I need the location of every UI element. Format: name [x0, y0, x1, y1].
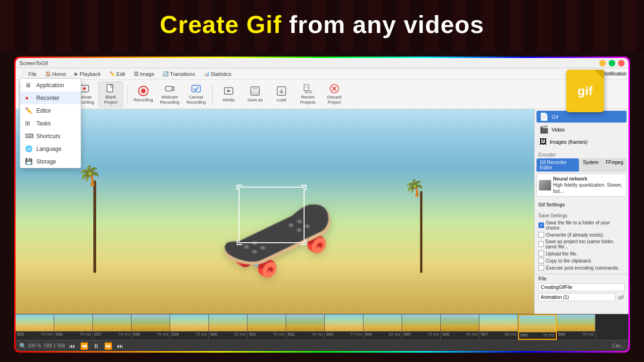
- menu-statistics[interactable]: 📊 Statistics: [200, 70, 235, 78]
- media-button[interactable]: Media: [216, 82, 241, 107]
- webcam-recording-button[interactable]: Webcam Recording: [157, 82, 182, 107]
- frame-info-562: 56276 ms: [286, 331, 324, 337]
- content-area: 🌴 🌴 🛹: [16, 109, 628, 314]
- language-label: Language: [36, 146, 61, 152]
- minimize-button[interactable]: [599, 60, 606, 66]
- timeline-frame-566[interactable]: 56684 ms: [441, 314, 479, 340]
- encoder-label: Encoder: [537, 151, 627, 158]
- timeline-frame-569[interactable]: 56975 ms: [557, 314, 595, 340]
- svg-point-4: [83, 87, 86, 90]
- save-as-button[interactable]: Save as: [243, 82, 267, 107]
- animation-input[interactable]: [538, 293, 615, 301]
- checkbox-post-encoding: Execute post encoding commands.: [538, 265, 625, 271]
- timeline-frame-568[interactable]: 56878 ms: [518, 314, 557, 340]
- load-button[interactable]: Load: [269, 82, 294, 107]
- menu-home[interactable]: 🏠 Home: [41, 70, 70, 78]
- format-video[interactable]: 🎬 Video: [537, 123, 627, 135]
- recording2-button[interactable]: Recording: [131, 82, 156, 107]
- menu-playback[interactable]: ▶ Playback: [71, 70, 105, 78]
- encoder-tab-ffmpeg[interactable]: FFmpeg: [603, 158, 627, 172]
- video-format-icon: 🎬: [539, 125, 549, 134]
- recording2-label: Recording: [133, 98, 153, 103]
- timeline-frame-567[interactable]: 56768 ms: [479, 314, 518, 340]
- frame-info-569: 56975 ms: [557, 331, 595, 337]
- dropdown-editor[interactable]: ✏️ Editor: [20, 104, 81, 117]
- next-frame-button[interactable]: ⏩: [103, 341, 113, 351]
- encoder-tab-gif[interactable]: Gif Recorder Editor: [537, 158, 579, 172]
- home-icon: 🏠: [45, 71, 51, 76]
- hero-title-yellow: Create Gif: [160, 11, 282, 38]
- frame-thumb-565: [402, 314, 440, 331]
- save-project-checkbox[interactable]: [538, 241, 544, 247]
- maximize-button[interactable]: [609, 60, 615, 66]
- close-button[interactable]: [618, 60, 625, 66]
- selection-rectangle[interactable]: [239, 187, 305, 243]
- timeline-frame-557[interactable]: 55774 ms: [93, 314, 132, 340]
- images-format-label: Images (frames): [550, 139, 587, 145]
- format-images[interactable]: 🖼 Images (frames): [537, 136, 627, 148]
- save-folder-checkbox[interactable]: ✓: [538, 222, 544, 228]
- menu-edit[interactable]: ✏️ Edit: [106, 70, 129, 78]
- timeline-frame-561[interactable]: 56176 ms: [248, 314, 286, 340]
- file-extension: -gif: [616, 294, 625, 301]
- recording2-icon: [138, 85, 149, 97]
- frame-time-555: 74 ms: [41, 332, 52, 337]
- gif-icon-container: gif: [566, 70, 604, 112]
- hero-section: Create Gif from any videos: [0, 10, 644, 39]
- timeline-frame-558[interactable]: 55876 ms: [132, 314, 170, 340]
- timeline-frame-564[interactable]: 56482 ms: [363, 314, 402, 340]
- zoom-unit: %: [37, 343, 41, 348]
- previous-frame-button[interactable]: ⏪: [79, 341, 89, 351]
- pause-button[interactable]: ⏸: [92, 341, 100, 351]
- timeline-frame-565[interactable]: 56575 ms: [402, 314, 441, 340]
- svg-rect-6: [165, 86, 172, 91]
- encoder-tab-system[interactable]: System: [579, 158, 602, 172]
- timeline-frame-560[interactable]: 56083 ms: [209, 314, 248, 340]
- neural-network-option[interactable]: Neural network High fidelity quantizatio…: [537, 173, 627, 197]
- storage-icon: 💾: [25, 158, 33, 165]
- timeline-frame-556[interactable]: 55675 ms: [54, 314, 93, 340]
- overwrite-checkbox[interactable]: [538, 232, 544, 238]
- save-folder-label: Save the file to a folder of your choice…: [546, 220, 625, 230]
- blank-project-button[interactable]: Blank Project: [99, 82, 123, 107]
- dropdown-tasks[interactable]: ⊞ Tasks: [20, 117, 81, 130]
- go-to-start-button[interactable]: ⏮: [68, 341, 76, 351]
- frame-thumb-555: [16, 314, 54, 331]
- file-section: File -gif: [535, 274, 628, 303]
- dropdown-storage[interactable]: 💾 Storage: [20, 155, 81, 168]
- rainbow-border: ScreenToGif 📄 File 🏠 Home ▶ Playback: [14, 57, 630, 353]
- video-area: 🌴 🌴 🛹: [16, 109, 534, 314]
- discard-project-button[interactable]: Discard Project: [322, 82, 347, 107]
- overwrite-label: Overwrite (if already exists).: [546, 232, 604, 238]
- load-icon: [276, 85, 287, 97]
- frame-thumb-569: [557, 314, 595, 331]
- filename-input[interactable]: [538, 283, 625, 291]
- canvas-recording2-button[interactable]: Canvas Recording: [184, 82, 208, 107]
- post-encoding-checkbox[interactable]: [538, 265, 544, 271]
- gif-large-icon: gif: [566, 70, 604, 112]
- toolbar-sep-1: [127, 85, 127, 104]
- dropdown-shortcuts[interactable]: ⌨ Shortcuts: [20, 130, 81, 142]
- frame-info-568: 56878 ms: [519, 332, 556, 338]
- dropdown-recorder[interactable]: ● Recorder: [20, 91, 81, 104]
- go-to-end-button[interactable]: ⏭: [116, 341, 124, 351]
- timeline-frame-563[interactable]: 56377 ms: [325, 314, 363, 340]
- dropdown-language[interactable]: 🌐 Language: [20, 142, 81, 155]
- transitions-icon: 🔄: [163, 71, 168, 76]
- timeline-frame-555[interactable]: 55574 ms: [16, 314, 54, 340]
- timeline-frame-559[interactable]: 55975 ms: [170, 314, 209, 340]
- menu-file[interactable]: 📄 File: [17, 70, 41, 78]
- copy-clipboard-checkbox[interactable]: [538, 258, 544, 263]
- timeline-frame-562[interactable]: 56276 ms: [286, 314, 325, 340]
- upload-checkbox[interactable]: [538, 251, 544, 256]
- format-gif[interactable]: 📄 Gif: [537, 111, 627, 123]
- gif-settings-section: Gif Settings: [535, 200, 628, 211]
- menu-transitions[interactable]: 🔄 Transitions: [159, 70, 198, 78]
- recent-projects-label: Recent Projects: [297, 95, 319, 105]
- recent-projects-button[interactable]: Recent Projects: [296, 82, 320, 107]
- frame-number-561: 561: [249, 332, 256, 337]
- menu-image[interactable]: 🖼 Image: [130, 70, 158, 78]
- frame-info-566: 56684 ms: [441, 331, 479, 337]
- dropdown-application[interactable]: 🖥 Application: [20, 79, 81, 91]
- tasks-label: Tasks: [36, 120, 51, 127]
